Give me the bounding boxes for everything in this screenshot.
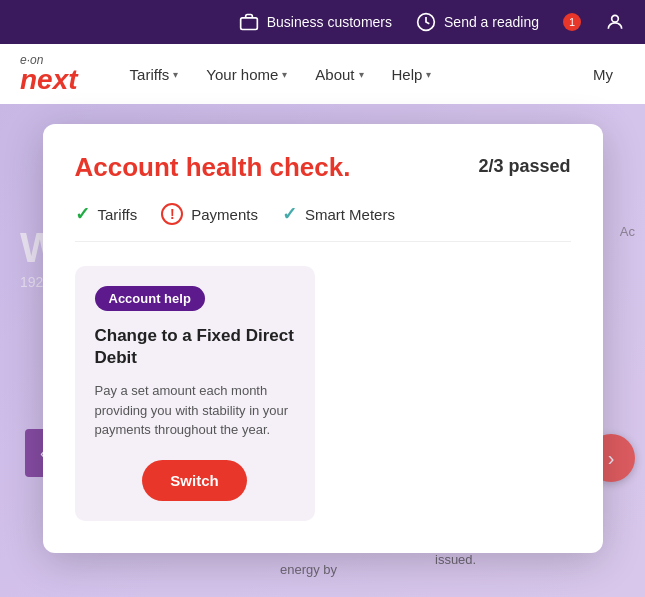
status-smart-meters-label: Smart Meters <box>305 206 395 223</box>
modal-overlay: Account health check. 2/3 passed ✓ Tarif… <box>0 104 645 597</box>
logo[interactable]: e·on next <box>20 54 78 94</box>
status-smart-meters: ✓ Smart Meters <box>282 203 395 225</box>
send-reading-link[interactable]: Send a reading <box>416 12 539 32</box>
chevron-down-icon: ▾ <box>359 69 364 80</box>
nav-about-label: About <box>315 66 354 83</box>
check-teal-icon: ✓ <box>282 203 297 225</box>
status-payments-label: Payments <box>191 206 258 223</box>
business-customers-link[interactable]: Business customers <box>239 12 392 32</box>
status-payments: ! Payments <box>161 203 258 225</box>
card-section: Account help Change to a Fixed Direct De… <box>75 266 571 521</box>
status-bar: ✓ Tariffs ! Payments ✓ Smart Meters <box>75 203 571 242</box>
switch-button[interactable]: Switch <box>142 460 246 501</box>
check-icon: ✓ <box>75 203 90 225</box>
nav-your-home[interactable]: Your home ▾ <box>194 58 299 91</box>
svg-point-1 <box>612 15 619 22</box>
business-customers-label: Business customers <box>267 14 392 30</box>
chevron-down-icon: ▾ <box>426 69 431 80</box>
nav-my[interactable]: My <box>581 58 625 91</box>
nav-your-home-label: Your home <box>206 66 278 83</box>
top-bar: Business customers Send a reading 1 <box>0 0 645 44</box>
status-tariffs-label: Tariffs <box>98 206 138 223</box>
card-tag: Account help <box>95 286 205 311</box>
card-description: Pay a set amount each month providing yo… <box>95 381 295 440</box>
nav-items: Tariffs ▾ Your home ▾ About ▾ Help ▾ <box>118 58 581 91</box>
info-card: Account help Change to a Fixed Direct De… <box>75 266 315 521</box>
chevron-down-icon: ▾ <box>282 69 287 80</box>
chevron-down-icon: ▾ <box>173 69 178 80</box>
notification-count: 1 <box>569 16 575 28</box>
meter-icon <box>416 12 436 32</box>
health-check-modal: Account health check. 2/3 passed ✓ Tarif… <box>43 124 603 553</box>
warning-icon: ! <box>161 203 183 225</box>
nav-about[interactable]: About ▾ <box>303 58 375 91</box>
person-icon <box>605 12 625 32</box>
modal-passed: 2/3 passed <box>478 152 570 177</box>
svg-rect-0 <box>240 18 257 30</box>
briefcase-icon <box>239 12 259 32</box>
status-tariffs: ✓ Tariffs <box>75 203 138 225</box>
nav-help[interactable]: Help ▾ <box>380 58 444 91</box>
nav-help-label: Help <box>392 66 423 83</box>
send-reading-label: Send a reading <box>444 14 539 30</box>
logo-next: next <box>20 66 78 94</box>
nav-tariffs[interactable]: Tariffs ▾ <box>118 58 191 91</box>
main-nav: e·on next Tariffs ▾ Your home ▾ About ▾ … <box>0 44 645 104</box>
modal-title: Account health check. <box>75 152 351 183</box>
modal-header: Account health check. 2/3 passed <box>75 152 571 183</box>
card-title: Change to a Fixed Direct Debit <box>95 325 295 369</box>
notification-badge[interactable]: 1 <box>563 13 581 31</box>
nav-tariffs-label: Tariffs <box>130 66 170 83</box>
